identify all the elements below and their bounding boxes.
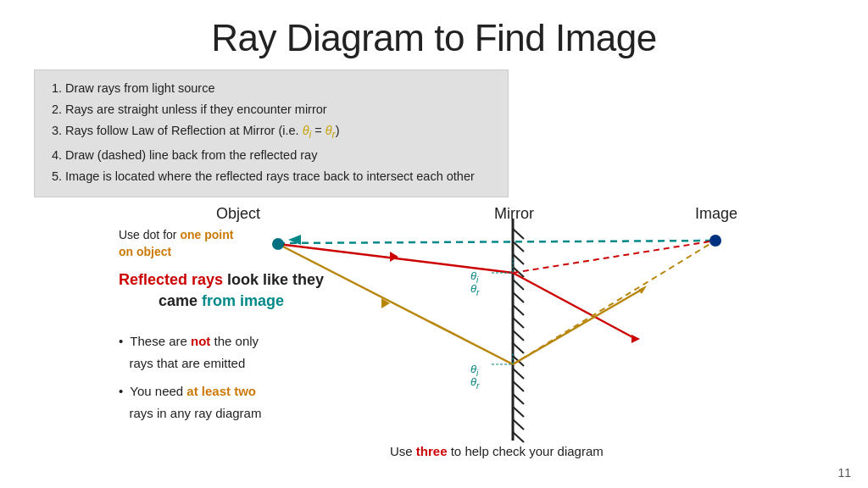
instruction-list: Draw rays from light source Rays are str…: [65, 79, 492, 186]
slide-number: 11: [837, 466, 851, 480]
svg-line-23: [513, 241, 715, 273]
three-label: three: [416, 444, 448, 458]
svg-text:θi: θi: [470, 363, 479, 378]
from-image-text: from image: [202, 292, 284, 309]
instruction-4: Draw (dashed) line back from the reflect…: [65, 146, 492, 165]
slide-title: Ray Diagram to Find Image: [34, 17, 834, 59]
svg-marker-29: [381, 298, 390, 308]
svg-line-10: [513, 343, 524, 353]
svg-line-5: [513, 280, 524, 290]
instruction-3: Rays follow Law of Reflection at Mirror …: [65, 121, 492, 143]
bottom-label: Use three to help check your diagram: [390, 444, 604, 458]
instruction-2: Rays are straight unless if they encount…: [65, 100, 492, 119]
svg-line-2: [513, 241, 524, 252]
svg-line-18: [278, 241, 715, 243]
svg-line-21: [513, 273, 636, 339]
label-reflected-rays: Reflected rays look like theycame from i…: [119, 269, 324, 312]
svg-marker-22: [632, 335, 640, 343]
svg-line-12: [513, 369, 524, 379]
svg-point-39: [709, 235, 721, 247]
svg-line-9: [513, 330, 524, 341]
instruction-5: Image is located where the reflected ray…: [65, 167, 492, 186]
bullet-1: • These are not the only rays that are e…: [119, 330, 261, 374]
svg-text:θi: θi: [470, 269, 479, 285]
label-use-dot: Use dot for one pointon object: [119, 227, 233, 260]
svg-line-25: [513, 288, 644, 364]
slide: Ray Diagram to Find Image Draw rays from…: [0, 0, 868, 488]
svg-line-16: [513, 419, 524, 430]
svg-line-8: [513, 318, 524, 328]
instruction-1: Draw rays from light source: [65, 79, 492, 98]
label-mirror: Mirror: [494, 205, 534, 223]
svg-line-3: [513, 254, 524, 264]
label-object: Object: [216, 205, 260, 223]
svg-line-6: [513, 292, 524, 302]
svg-line-11: [513, 356, 524, 366]
instruction-box: Draw rays from light source Rays are str…: [34, 69, 509, 197]
at-least-two-label: at least two: [186, 384, 256, 398]
svg-marker-19: [288, 235, 301, 245]
svg-line-13: [513, 381, 524, 391]
svg-text:θr: θr: [470, 282, 480, 297]
svg-line-4: [513, 267, 524, 277]
svg-point-38: [272, 238, 284, 250]
svg-line-27: [513, 241, 715, 364]
svg-marker-26: [638, 286, 647, 294]
svg-text:θr: θr: [470, 375, 480, 391]
svg-line-20: [278, 244, 513, 273]
svg-line-17: [513, 432, 524, 442]
svg-line-7: [513, 305, 524, 315]
reflected-rays-label: Reflected rays: [119, 271, 223, 288]
one-point-text: one pointon object: [119, 228, 233, 258]
svg-line-1: [513, 229, 524, 239]
svg-line-15: [513, 407, 524, 417]
label-image: Image: [695, 205, 737, 223]
bullet-section: • These are not the only rays that are e…: [119, 330, 261, 424]
bullet-2: • You need at least two rays in any ray …: [119, 380, 261, 424]
not-label: not: [191, 334, 210, 348]
svg-marker-28: [390, 252, 398, 262]
svg-line-14: [513, 394, 524, 404]
